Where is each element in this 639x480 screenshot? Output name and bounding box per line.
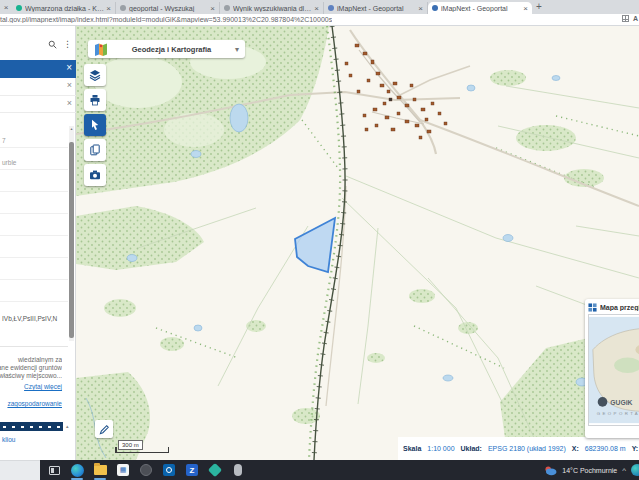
panel-header-bar: × (0, 60, 76, 78)
map-toolbar (84, 64, 106, 186)
tab-close-icon[interactable]: × (314, 4, 319, 13)
teal-app-icon (208, 463, 222, 477)
page-content: ⋮ × × × 7 urble ▴ (0, 26, 639, 460)
overview-minimap[interactable]: GUGiK GEOPORTAL (588, 314, 639, 426)
documents-button[interactable] (84, 139, 106, 161)
edge-taskbar-button[interactable] (69, 460, 85, 480)
tab-imapnext-active[interactable]: iMapNext - Geoportal × (428, 2, 532, 14)
white-app-icon: ▦ (117, 464, 129, 476)
draw-button[interactable] (95, 420, 113, 438)
dark-app-icon (140, 464, 152, 476)
tab-close-icon[interactable]: × (418, 4, 423, 13)
divider (0, 346, 68, 347)
outlook-icon (163, 464, 175, 476)
row-close-icon[interactable]: × (67, 81, 72, 90)
read-more-link[interactable]: Czytaj więcej (24, 383, 62, 390)
scale-value[interactable]: 1:10 000 (427, 445, 454, 452)
panel-item-row[interactable]: × (0, 96, 76, 113)
layers-icon (89, 69, 101, 81)
camera-icon (89, 169, 101, 181)
bottom-link-fragment[interactable]: kliou (2, 436, 15, 443)
z-app-button[interactable]: Z (184, 460, 200, 480)
svg-text:GEOPORTAL: GEOPORTAL (597, 411, 639, 416)
file-explorer-icon (94, 465, 107, 475)
row-close-icon[interactable]: × (67, 99, 72, 108)
list-item[interactable] (0, 236, 68, 258)
outlook-button[interactable] (161, 460, 177, 480)
kebab-menu-icon[interactable]: ⋮ (63, 40, 72, 49)
x-label: X: (572, 445, 579, 452)
clipped-tab-close-icon[interactable]: × (0, 3, 12, 14)
new-tab-button[interactable]: + (532, 1, 546, 14)
apps-grid-icon[interactable] (622, 15, 629, 22)
file-explorer-button[interactable] (92, 460, 108, 480)
pointer-icon (89, 119, 101, 131)
identify-button[interactable] (84, 114, 106, 136)
browser-tab-strip: × Wymarzona działka - Kolno - ap... × ge… (0, 0, 639, 14)
map-canvas[interactable] (76, 26, 639, 460)
dark-app-button[interactable] (138, 460, 154, 480)
geoportal-logo-icon (94, 42, 108, 56)
tab-favicon (224, 5, 230, 11)
profile-avatar[interactable]: A (633, 15, 638, 22)
print-icon (89, 94, 101, 106)
panel-scrollbar[interactable]: ▴ (69, 126, 74, 341)
tab-title: iMapNext - Geoportal (337, 5, 416, 12)
panel-close-icon[interactable]: × (66, 63, 72, 73)
list-item[interactable] (0, 214, 68, 236)
gray-app-button[interactable] (230, 460, 246, 480)
tab-geoportal-wyszukaj[interactable]: geoportal - Wyszukaj × (116, 2, 220, 14)
panel-item-row[interactable]: × (0, 78, 76, 96)
info-paragraph: wiedzialnym za ane ewidencji gruntów wła… (0, 356, 62, 380)
scale-bar-line (115, 452, 169, 453)
list-item[interactable] (0, 192, 68, 214)
print-button[interactable] (84, 89, 106, 111)
management-link[interactable]: zagospodarowanie (7, 400, 62, 407)
documents-icon (89, 144, 101, 156)
chevron-down-icon[interactable]: ▾ (235, 45, 239, 54)
address-bar[interactable]: tal.gov.pl/imapnext/imap/index.html?modu… (0, 14, 639, 26)
tab-wynik-wyszukiwania[interactable]: Wynik wyszukiwania dla „kolno” × (220, 2, 324, 14)
svg-text:GUGiK: GUGiK (610, 399, 632, 406)
screenshot-button[interactable] (84, 164, 106, 186)
slider-arrow-icon[interactable]: ▴ (66, 423, 69, 429)
url-text[interactable]: tal.gov.pl/imapnext/imap/index.html?modu… (0, 16, 332, 23)
tab-favicon (120, 5, 126, 11)
tab-wymarzona-dzialka[interactable]: Wymarzona działka - Kolno - ap... × (12, 2, 116, 14)
tray-chevron-icon[interactable]: ^ (622, 466, 626, 475)
list-item[interactable]: urble (0, 148, 68, 170)
teal-app-button[interactable] (207, 460, 223, 480)
weather-icon[interactable] (544, 465, 557, 476)
search-icon[interactable] (48, 40, 57, 49)
y-label: Y: (632, 445, 638, 452)
layers-button[interactable] (84, 64, 106, 86)
white-app-button[interactable]: ▦ (115, 460, 131, 480)
list-item[interactable] (0, 258, 68, 280)
edge-icon (71, 464, 84, 477)
list-item[interactable] (0, 280, 68, 302)
timeline-slider[interactable] (0, 422, 63, 431)
tray-edge-icon[interactable] (631, 464, 639, 476)
scrollbar-thumb[interactable] (69, 142, 74, 338)
list-item[interactable]: 7 (0, 126, 68, 148)
tab-close-icon[interactable]: × (106, 4, 111, 13)
tab-favicon (16, 5, 22, 11)
overview-map-icon (588, 303, 597, 312)
attribute-list: 7 urble (0, 126, 68, 302)
browser-window: × Wymarzona działka - Kolno - ap... × ge… (0, 0, 639, 480)
tab-title: iMapNext - Geoportal (441, 5, 521, 12)
crs-value[interactable]: EPSG 2180 (układ 1992) (488, 445, 566, 452)
weather-text[interactable]: 14°C Pochmurnie (562, 467, 617, 474)
tab-title: Wynik wyszukiwania dla „kolno” (233, 5, 312, 12)
module-title: Geodezja i Kartografia (113, 45, 230, 54)
tab-close-icon[interactable]: × (523, 4, 528, 13)
map-viewport[interactable]: Geodezja i Kartografia ▾ (76, 26, 639, 460)
tab-imapnext-1[interactable]: iMapNext - Geoportal × (324, 2, 428, 14)
module-selector[interactable]: Geodezja i Kartografia ▾ (88, 40, 245, 58)
task-view-button[interactable] (46, 460, 62, 480)
list-item[interactable] (0, 170, 68, 192)
scroll-up-icon[interactable]: ▴ (69, 127, 74, 131)
tab-close-icon[interactable]: × (210, 4, 215, 13)
x-value: 682390.08 m (585, 445, 626, 452)
pencil-icon (99, 424, 110, 435)
